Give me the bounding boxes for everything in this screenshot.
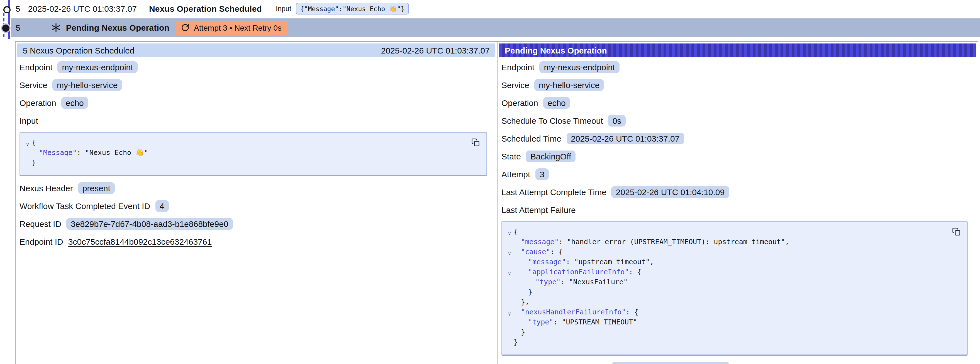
event-input-value-chip[interactable]: {"Message":"Nexus Echo 👋"} <box>296 3 409 14</box>
json-text: : { <box>626 307 638 317</box>
field-label: Next Attempt Schedule Time <box>501 363 607 364</box>
code-line: ∨"nexusHandlerFailureInfo": { <box>505 307 948 317</box>
field-label: Workflow Task Completed Event ID <box>19 201 150 211</box>
json-text: } <box>514 337 518 347</box>
field-row-service: Servicemy-hello-service <box>501 78 971 91</box>
field-value-badge: my-hello-service <box>534 79 604 91</box>
code-line: ∨{ <box>24 138 468 148</box>
timeline-event-dot-active <box>2 24 9 32</box>
input-json-code: ∨{"Message": "Nexus Echo 👋"} <box>24 138 468 168</box>
field-label: Operation <box>501 98 538 108</box>
field-label: Endpoint ID <box>19 237 63 246</box>
field-row-endpoint: Endpointmy-nexus-endpoint <box>19 61 490 73</box>
copy-icon[interactable] <box>952 226 962 236</box>
code-line: ∨"cause": { <box>505 247 948 257</box>
input-section-label: Input <box>19 116 38 125</box>
event-detail-column: 5 Nexus Operation Scheduled 2025-02-26 U… <box>16 42 498 364</box>
json-text: : { <box>629 267 641 277</box>
code-line: "message": "upstream timeout", <box>505 257 948 267</box>
code-line: ∨{ <box>505 227 948 237</box>
event-detail-header: 5 Nexus Operation Scheduled 2025-02-26 U… <box>17 43 495 57</box>
field-row-scheduled-time: Scheduled Time2025-02-26 UTC 01:03:37.07 <box>501 132 971 145</box>
field-value-badge: echo <box>61 97 88 109</box>
field-value-link[interactable]: 3c0c75ccfa8144b092c13ce632463761 <box>68 237 212 246</box>
code-line: "Message": "Nexus Echo 👋" <box>24 148 468 158</box>
event-detail-fields: Endpointmy-nexus-endpointServicemy-hello… <box>19 61 490 109</box>
field-row-operation: Operationecho <box>501 96 971 109</box>
event-timestamp: 2025-02-26 UTC 01:03:37.07 <box>28 4 137 13</box>
timeline-accent-bar <box>8 0 10 39</box>
timeline-event-dot-open <box>3 6 11 13</box>
event-title: Nexus Operation Scheduled <box>149 4 262 13</box>
event-detail-panel: 5 Nexus Operation Scheduled 2025-02-26 U… <box>15 41 978 364</box>
copy-icon[interactable] <box>471 137 481 147</box>
chevron-spacer <box>505 239 514 249</box>
chevron-spacer <box>505 279 514 289</box>
event-input-label: Input <box>276 5 291 13</box>
chevron-spacer <box>505 319 514 329</box>
field-row-last-attempt-complete-time: Last Attempt Complete Time2025-02-26 UTC… <box>501 186 971 198</box>
field-row-state: StateBackingOff <box>501 150 971 163</box>
chevron-spacer <box>505 329 514 339</box>
field-value-badge: 2025-02-26 UTC 01:04:10.09 <box>611 186 729 198</box>
event-row-scheduled[interactable]: 5 2025-02-26 UTC 01:03:37.07 Nexus Opera… <box>11 0 980 17</box>
field-value-badge: 3 <box>535 168 549 180</box>
event-id-link[interactable]: 5 <box>16 23 20 32</box>
field-row-endpoint: Endpointmy-nexus-endpoint <box>501 61 971 73</box>
code-line: "type": "UPSTREAM_TIMEOUT" <box>505 317 948 327</box>
field-value-badge: 3e829b7e-7d67-4b08-aad3-b1e868bfe9e0 <box>66 218 233 230</box>
field-label: State <box>501 152 521 161</box>
event-detail-header-title: 5 Nexus Operation Scheduled <box>23 45 134 55</box>
json-text: { <box>514 227 518 237</box>
json-key: "message" <box>528 257 566 267</box>
field-label: Nexus Header <box>19 184 73 193</box>
json-text: } <box>32 158 36 168</box>
json-key: "cause" <box>521 247 550 257</box>
event-id-link[interactable]: 5 <box>16 4 20 13</box>
field-row-request-id: Request ID3e829b7e-7d67-4b08-aad3-b1e868… <box>19 217 490 230</box>
field-label: Attempt <box>501 169 530 179</box>
retry-status-badge: Attempt 3 • Next Retry 0s <box>175 20 287 35</box>
collapse-chevron-icon[interactable]: ∨ <box>505 309 514 319</box>
json-text: { <box>32 138 36 148</box>
failure-json-code: ∨{"message": "handler error (UPSTREAM_TI… <box>505 227 948 347</box>
pending-operation-header: Pending Nexus Operation <box>499 43 976 57</box>
field-value-badge: echo <box>543 97 570 109</box>
code-line: ∨"applicationFailureInfo": { <box>505 267 948 277</box>
field-label: Operation <box>19 98 56 108</box>
collapse-chevron-icon[interactable]: ∨ <box>505 249 514 259</box>
code-line: } <box>505 327 948 337</box>
code-line: } <box>24 158 468 168</box>
collapse-chevron-icon[interactable]: ∨ <box>505 228 514 239</box>
pending-operation-fields: Next Attempt Schedule Time2025-02-26 UTC… <box>501 361 971 364</box>
json-text: : "UPSTREAM_TIMEOUT" <box>553 317 637 327</box>
json-key: "type" <box>528 317 553 327</box>
field-value-badge: my-nexus-endpoint <box>57 61 137 73</box>
pending-asterisk-icon <box>51 23 61 32</box>
json-text: : "NexusFailure" <box>560 277 628 287</box>
failure-section-label: Last Attempt Failure <box>501 205 576 215</box>
field-value-badge: my-nexus-endpoint <box>539 61 619 73</box>
field-value-badge: present <box>78 182 115 194</box>
field-value-badge: 4 <box>155 200 169 212</box>
code-line: } <box>505 337 948 347</box>
chevron-spacer <box>505 289 514 299</box>
field-row-next-attempt-schedule-time: Next Attempt Schedule Time2025-02-26 UTC… <box>501 361 971 364</box>
field-value-badge: BackingOff <box>526 150 576 162</box>
json-text: } <box>528 287 532 297</box>
json-key: "applicationFailureInfo" <box>528 267 629 277</box>
field-row-operation: Operationecho <box>19 96 490 109</box>
json-text: }, <box>521 297 529 307</box>
collapse-chevron-icon[interactable]: ∨ <box>24 139 32 149</box>
code-line: }, <box>505 297 948 307</box>
chevron-spacer <box>24 149 32 160</box>
json-text: : { <box>550 247 563 257</box>
field-row-attempt: Attempt3 <box>501 168 971 180</box>
collapse-chevron-icon[interactable]: ∨ <box>505 269 514 279</box>
event-row-pending[interactable]: 5 Pending Nexus Operation Attempt 3 • Ne… <box>11 18 980 37</box>
field-row-schedule-to-close-timeout: Schedule To Close Timeout0s <box>501 114 971 127</box>
json-text: } <box>521 327 525 337</box>
field-label: Scheduled Time <box>501 134 561 143</box>
pending-operation-header-title: Pending Nexus Operation <box>505 45 607 55</box>
event-history-view: 5 2025-02-26 UTC 01:03:37.07 Nexus Opera… <box>0 0 980 364</box>
